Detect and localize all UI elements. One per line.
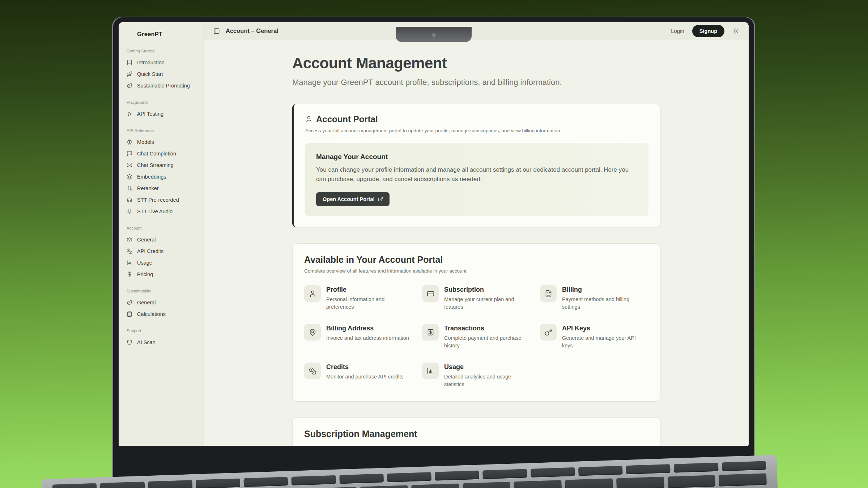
manage-account-title: Manage Your Account [316,153,638,161]
layers-icon [127,174,132,180]
coins-icon [304,363,321,379]
topbar: Account – General Login Signup [204,22,749,40]
book-icon [127,60,132,65]
content-scroll-area[interactable]: Account Management Manage your GreenPT a… [204,40,749,446]
login-link[interactable]: Login [671,28,684,34]
sidebar-item-label: Models [137,139,154,145]
sidebar-item-pricing[interactable]: Pricing [124,269,198,280]
feature-transactions[interactable]: Transactions Complete payment and purcha… [422,324,531,350]
rocket-icon [127,71,132,77]
laptop-screen: GreenPT Getting Started Introduction Qui… [119,22,749,446]
sidebar-item-api-testing[interactable]: API Testing [124,108,198,120]
feature-credits[interactable]: Credits Monitor and purchase API credits [304,363,413,388]
sidebar-item-label: Calculations [137,311,166,317]
sidebar-item-sustainability-general[interactable]: General [124,297,198,308]
feature-title: Usage [444,363,529,371]
sidebar-item-label: API Testing [137,111,163,117]
sidebar-item-introduction[interactable]: Introduction [124,57,198,68]
key-icon [540,324,557,341]
sidebar-section-support: Support AI Scan [124,329,198,348]
laptop-notch [396,27,472,42]
account-portal-card: Account Portal Access your full account … [292,104,660,227]
feature-description: Invoice and tax address information [326,334,409,342]
sidebar-section-account: Account General API Credits Usage [124,226,198,280]
sidebar-item-sustainable-prompting[interactable]: Sustainable Prompting [124,80,198,91]
feature-api-keys[interactable]: API Keys Generate and manage your API ke… [540,324,648,350]
calculator-icon [127,311,132,317]
subscription-management-title: Subscription Management [304,429,648,439]
sidebar-section-label: Account [127,226,196,230]
sidebar-item-label: Usage [137,260,152,266]
brand-logo[interactable]: GreenPT [124,29,198,40]
feature-subscription[interactable]: Subscription Manage your current plan an… [422,285,531,311]
sidebar-item-chat-streaming[interactable]: Chat Streaming [124,159,198,171]
features-grid: Profile Personal information and prefere… [304,285,648,388]
sidebar-item-label: STT Pre-recorded [137,197,179,203]
sidebar-item-calculations[interactable]: Calculations [124,308,198,320]
sidebar-item-label: Pricing [137,271,153,277]
headphones-icon [127,197,132,203]
manage-account-body: You can change your profile information … [316,165,638,184]
sidebar-section-api-reference: API Reference Models Chat Completion Cha… [124,128,198,217]
page-title: Account Management [292,55,660,72]
user-icon [305,116,312,123]
sidebar-item-chat-completion[interactable]: Chat Completion [124,148,198,159]
sidebar-section-label: Playground [127,100,196,104]
feature-description: Monitor and purchase API credits [326,373,404,381]
feature-title: Subscription [444,286,529,294]
play-icon [127,111,132,117]
sidebar-item-embeddings[interactable]: Embeddings [124,171,198,183]
feature-description: Personal information and preferences [326,296,411,311]
desktop-background: GreenPT Getting Started Introduction Qui… [0,0,868,488]
signup-button[interactable]: Signup [692,25,724,37]
broadcast-icon [127,162,132,168]
gear-icon [127,237,132,243]
user-icon [304,285,321,302]
features-card-title: Available in Your Account Portal [304,254,648,265]
sidebar-item-stt-live-audio[interactable]: STT Live Audio [124,206,198,217]
sidebar-item-label: Chat Streaming [137,162,174,168]
feature-title: Billing [562,286,647,294]
sidebar-item-stt-pre-recorded[interactable]: STT Pre-recorded [124,194,198,206]
sidebar-item-api-credits[interactable]: API Credits [124,245,198,257]
feature-description: Payment methods and billing settings [562,296,647,311]
sidebar-section-label: Support [127,329,196,333]
feature-profile[interactable]: Profile Personal information and prefere… [304,285,413,311]
external-link-icon [378,197,383,202]
bar-chart-icon [127,260,132,266]
cpu-icon [127,139,132,145]
open-account-portal-button[interactable]: Open Account Portal [316,192,390,206]
feature-usage[interactable]: Usage Detailed analytics and usage stati… [422,363,531,388]
sidebar-item-label: Introduction [137,60,165,65]
microphone-icon [127,209,132,214]
feature-billing-address[interactable]: Billing Address Invoice and tax address … [304,324,413,350]
map-pin-icon [304,324,321,341]
sidebar-section-sustainability: Sustainability General Calculations [124,289,198,320]
sidebar-item-ai-scan[interactable]: AI Scan [124,337,198,348]
sidebar-item-reranker[interactable]: Reranker [124,183,198,194]
sidebar-item-label: Reranker [137,185,159,191]
leaf-icon [127,83,132,89]
sun-theme-icon[interactable] [732,27,739,34]
feature-billing[interactable]: Billing Payment methods and billing sett… [540,285,648,311]
receipt-icon [422,324,439,341]
sidebar-item-usage[interactable]: Usage [124,257,198,269]
dollar-icon [127,271,132,277]
sidebar-item-label: STT Live Audio [137,209,173,214]
leaf-icon [127,300,132,305]
sidebar-section-label: Sustainability [127,289,196,293]
sidebar-item-models[interactable]: Models [124,136,198,148]
webcam-icon [431,33,436,38]
sidebar-item-label: General [137,300,156,305]
coins-icon [127,248,132,254]
sidebar-toggle-icon[interactable] [213,28,220,34]
page-breadcrumb-title: Account – General [226,27,278,34]
feature-title: API Keys [562,325,647,332]
sidebar-section-label: Getting Started [127,49,196,53]
topbar-actions: Login Signup [671,25,739,37]
sidebar-item-account-general[interactable]: General [124,234,198,245]
sort-arrows-icon [127,185,132,191]
sidebar-item-quick-start[interactable]: Quick Start [124,68,198,80]
sidebar-item-label: Embeddings [137,174,166,180]
file-text-icon [540,285,557,302]
